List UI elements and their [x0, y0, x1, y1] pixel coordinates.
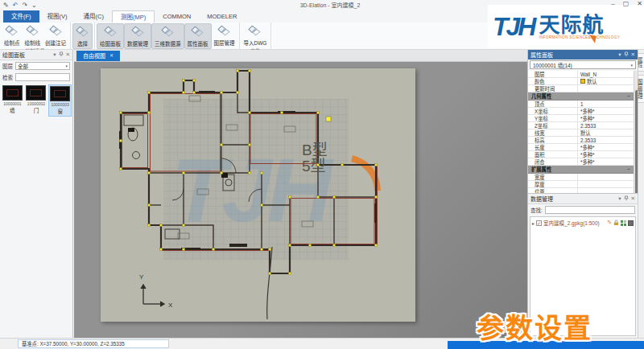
data-close-icon[interactable]: ✕ — [631, 195, 635, 202]
tab-modeler[interactable]: MODELER — [199, 10, 245, 23]
floor-plan-paper[interactable]: TJH — [101, 68, 415, 322]
draw-point-label: 绘制点 — [4, 39, 20, 47]
layers-grid-icon[interactable] — [621, 220, 626, 226]
property-row-width[interactable]: 宽度 — [528, 174, 634, 181]
prop-value — [578, 174, 634, 180]
draw-line-label: 绘制线 — [25, 39, 41, 47]
floor-plan-svg[interactable]: TJH — [101, 68, 415, 322]
prop-label: 标高 — [528, 137, 578, 143]
axis-x-label: X — [168, 302, 173, 309]
drawing-canvas[interactable]: TJH — [74, 62, 527, 338]
prop-value: 默认 — [578, 129, 634, 136]
prop-label: 闭合 — [528, 158, 578, 165]
layer-manager-button[interactable]: 图层管理 — [212, 23, 237, 47]
dataset-item[interactable]: ▸ ✓ 室内建模_2.gpkg(1:500) ✎ — [530, 217, 635, 228]
panel-pin-icon[interactable] — [59, 51, 64, 58]
data-manager-title: 数据管理 — [530, 195, 616, 203]
property-pin-icon[interactable] — [624, 51, 629, 58]
select-button[interactable]: 选择 — [72, 23, 93, 49]
feature-door[interactable]: 10000002 门 — [25, 84, 48, 117]
edit-pencil-icon[interactable]: ✎ — [607, 220, 612, 226]
property-row-closed[interactable]: 闭合*多种* — [528, 158, 634, 166]
redo-icon[interactable]: ↷ — [22, 2, 27, 9]
tab-view[interactable]: 视图(V) — [39, 10, 76, 23]
property-dropdown-icon[interactable]: ▾ — [618, 51, 621, 58]
brand-subtitle: INFORMATION SCIENCE&TECHNOLOGY — [539, 35, 620, 39]
section-geometry[interactable]: 几何属性 − — [528, 92, 634, 101]
layer-select[interactable]: 全部 ▾ — [15, 62, 70, 70]
data-manager-header: 数据管理 ▾ ✕ — [528, 194, 638, 204]
property-close-icon[interactable]: ✕ — [631, 51, 635, 58]
property-row-layer[interactable]: 图层 Wall_N — [528, 71, 634, 78]
search-label: 检索 — [2, 73, 13, 81]
maximize-button[interactable]: ▢ — [623, 0, 630, 7]
collapse-icon[interactable]: − — [627, 166, 630, 173]
prop-value: 2.3533 — [578, 137, 634, 143]
property-row-thickness[interactable]: 厚度 — [528, 181, 634, 188]
tree-expand-icon[interactable]: ▸ — [532, 220, 535, 226]
prop-value — [578, 85, 634, 92]
property-panel-header: 属性面板 ▾ ✕ — [528, 50, 638, 60]
side-tab-properties[interactable]: 属性 — [638, 53, 644, 72]
active-vertex-marker[interactable] — [326, 117, 331, 121]
undo-icon[interactable]: ↶ — [13, 2, 19, 9]
close-button[interactable]: ✕ — [637, 0, 642, 7]
tab-common-c[interactable]: 通用(C) — [76, 10, 112, 23]
viewport-tab-bar: 自由视图 ✕ — [74, 50, 527, 62]
import-dwg-icon — [248, 24, 262, 38]
draw-panel-header: 绘图面板 ▾ ✕ — [0, 50, 72, 60]
data-manager-icon — [131, 25, 145, 39]
source-3d-button[interactable]: 三维数据源 — [151, 23, 184, 49]
dataset-actions: ✎ — [607, 220, 634, 226]
plan-label-line2: 5型 — [302, 158, 326, 174]
layer-label: 图层 — [2, 62, 13, 70]
section-extended[interactable]: 扩展属性 − — [528, 166, 634, 174]
tab-file[interactable]: 文件(F) — [3, 10, 39, 23]
collapse-icon[interactable]: − — [627, 92, 630, 100]
dataset-name: 室内建模_2.gpkg(1:500) — [543, 219, 605, 227]
import-dwg-button[interactable]: 导入DWG — [242, 23, 270, 47]
quick-access-more-icon[interactable]: ⌄ — [31, 2, 37, 9]
draw-point-button[interactable]: 绘制点 — [2, 23, 23, 47]
data-pin-icon[interactable] — [624, 195, 629, 202]
prop-label: 更新时间 — [528, 85, 578, 92]
tab-common[interactable]: COMMON — [155, 10, 199, 23]
panel-dropdown-icon[interactable]: ▾ — [53, 51, 56, 58]
property-row-updated[interactable]: 更新时间 — [528, 85, 634, 92]
ribbon-group-file: 导入DWG 文件 — [240, 23, 272, 50]
select-icon — [76, 25, 89, 39]
property-panel-icon — [191, 25, 204, 39]
prop-value: 2.3533 — [578, 122, 634, 129]
viewport: 自由视图 ✕ T — [74, 50, 527, 338]
viewport-tab-close-icon[interactable]: ✕ — [109, 51, 114, 61]
solid-square-icon[interactable] — [628, 220, 634, 226]
data-manager-button[interactable]: 数据管理 — [124, 23, 151, 49]
feature-wall[interactable]: 10000001 墙 — [1, 84, 24, 117]
feature-window[interactable]: 10000003 窗 — [48, 84, 72, 117]
datum-point-readout: 基准点: X=37.50000, Y=30.00000, Z=2.35335 — [18, 339, 169, 348]
feature-door-preview — [26, 85, 46, 101]
search-input[interactable] — [15, 73, 70, 81]
create-annotation-button[interactable]: 创建注记 — [43, 23, 68, 47]
draw-panel-button[interactable]: 绘图面板 — [97, 23, 124, 49]
prop-value: *多种* — [578, 108, 634, 114]
property-row-color[interactable]: 颜色 默认 — [528, 78, 634, 85]
property-panel-button[interactable]: 属性面板 — [184, 23, 212, 49]
data-dropdown-icon[interactable]: ▾ — [618, 195, 621, 202]
panel-close-icon[interactable]: ✕ — [66, 51, 70, 58]
dataset-checkbox[interactable]: ✓ — [536, 220, 542, 226]
draw-panel: 绘图面板 ▾ ✕ 图层 全部 ▾ 检索 — [0, 50, 73, 338]
lock-icon[interactable] — [613, 220, 619, 226]
draw-line-button[interactable]: 绘制线 — [23, 23, 43, 47]
tab-mapping[interactable]: 测图(MP) — [112, 10, 155, 23]
data-search-input[interactable] — [545, 206, 635, 214]
color-swatch[interactable] — [580, 79, 585, 84]
window-title: 3D-Elation - 室内建模_2 — [242, 1, 419, 9]
side-tab-layer-manager[interactable]: 图层管理 — [638, 75, 644, 103]
object-selector[interactable]: 10000001 墙(14) ▾ — [530, 60, 636, 69]
edit-icon[interactable]: ✎ — [3, 2, 9, 9]
prop-label: 图层 — [528, 71, 578, 77]
plan-label-line1: B型 — [302, 142, 328, 158]
viewport-tab-free-view[interactable]: 自由视图 ✕ — [76, 51, 120, 61]
minimize-button[interactable]: – — [611, 0, 614, 7]
